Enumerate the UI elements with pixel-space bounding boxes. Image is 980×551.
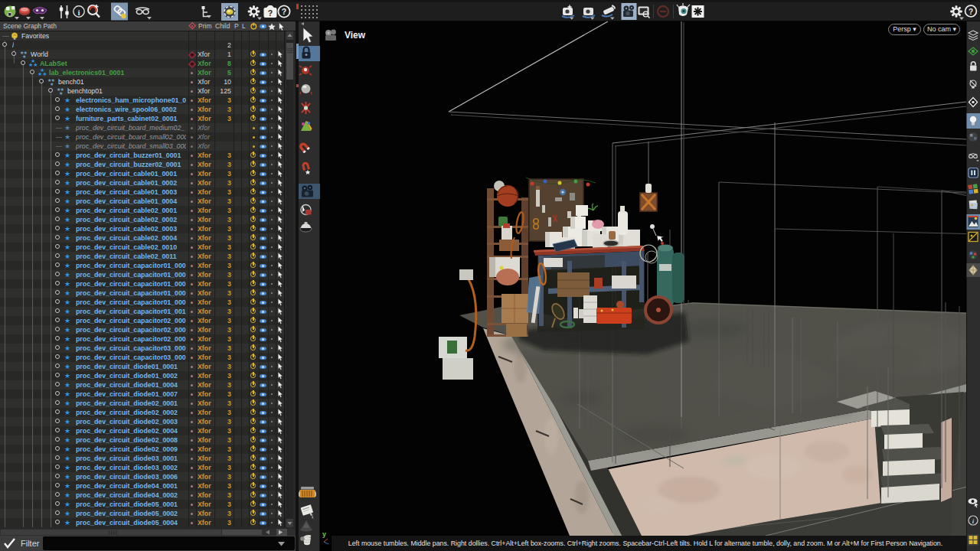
svg-text:i: i [972,517,975,525]
svg-text:?: ? [268,8,273,18]
svg-text:i: i [77,8,80,17]
svg-text:?: ? [969,8,973,16]
svg-text:?: ? [282,7,286,16]
